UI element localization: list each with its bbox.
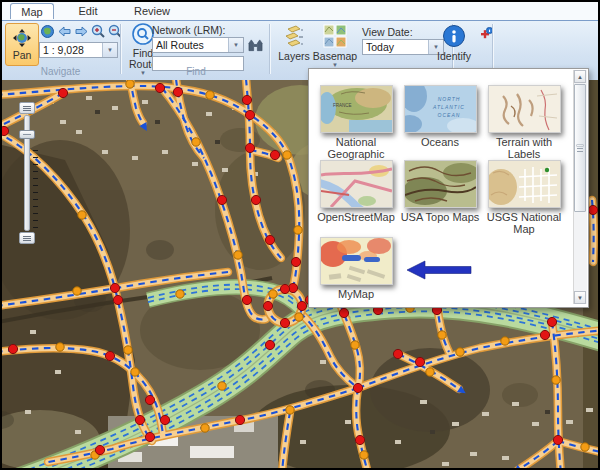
basemap-item-label: MyMap [314, 288, 398, 300]
layers-icon [282, 24, 306, 50]
network-input[interactable] [153, 38, 228, 52]
identify-route-location-icon[interactable] [478, 26, 493, 41]
network-lrm-label: Network (LRM): [152, 24, 226, 36]
annotation-arrow-left [405, 258, 477, 282]
usgs-national-map-thumbnail [488, 160, 561, 208]
basemap-item-label: USA Topo Maps [398, 211, 482, 223]
zoom-slider-out-button[interactable] [19, 232, 35, 244]
zoom-slider-thumb[interactable] [19, 130, 35, 139]
zoom-tick [33, 171, 38, 172]
zoom-tick [33, 185, 38, 186]
zoom-tick [33, 227, 38, 228]
oceans-map-text: NORTH [437, 96, 460, 102]
ribbon-tab-bar: Map Edit Review [2, 2, 598, 21]
ribbon-divider [120, 24, 122, 74]
view-date-combo: ▼ [362, 39, 444, 55]
zoom-tick [33, 192, 38, 193]
oceans-map-text: OCEAN [437, 112, 460, 118]
basemap-item-label: Terrain with Labels [482, 136, 566, 160]
identify-button[interactable]: Identify [434, 24, 474, 62]
basemap-item-oceans[interactable]: NORTH ATLANTIC OCEAN Oceans [398, 85, 482, 148]
find-group-label: Find [124, 66, 268, 77]
zoom-tick [33, 150, 38, 151]
openstreetmap-thumbnail [320, 160, 393, 208]
network-combo: ▼ [152, 37, 244, 53]
scrollbar-thumb[interactable] [574, 84, 586, 212]
basemap-item-label: National Geographic [314, 136, 398, 160]
view-date-label: View Date: [362, 26, 413, 38]
zoom-tick [33, 206, 38, 207]
pan-button[interactable]: Pan [5, 23, 39, 66]
scroll-up-button[interactable]: ▲ [574, 70, 586, 83]
ribbon-divider [269, 24, 271, 74]
zoom-tick [33, 213, 38, 214]
mymap-thumbnail [320, 237, 393, 285]
layers-button[interactable]: Layers [276, 24, 312, 62]
zoom-in-button[interactable] [91, 24, 106, 39]
next-extent-button[interactable] [74, 24, 89, 39]
tab-edit[interactable]: Edit [66, 3, 110, 19]
terrain-with-labels-thumbnail [488, 85, 561, 133]
zoom-tick [33, 178, 38, 179]
scroll-down-button[interactable]: ▼ [574, 291, 586, 304]
layers-label: Layers [278, 51, 310, 62]
pan-label: Pan [13, 50, 32, 61]
identify-label: Identify [437, 51, 471, 62]
basemap-item-openstreetmap[interactable]: OpenStreetMap [314, 160, 398, 223]
panel-scrollbar: ▲ ▼ [573, 70, 587, 304]
basemap-item-national-geographic[interactable]: FRANCE National Geographic [314, 85, 398, 160]
usa-topo-maps-thumbnail [404, 160, 477, 208]
zoom-tick [33, 164, 38, 165]
scale-combo: ▼ [39, 42, 118, 58]
basemap-item-usgs-national-map[interactable]: USGS National Map [482, 160, 566, 235]
oceans-thumbnail: NORTH ATLANTIC OCEAN [404, 85, 477, 133]
find-route-icon [132, 23, 154, 47]
zoom-tick [33, 157, 38, 158]
application-window: Map Edit Review Pan [0, 0, 600, 470]
national-geographic-thumbnail: FRANCE [320, 85, 393, 133]
basemap-item-label: Oceans [398, 136, 482, 148]
scale-input[interactable] [40, 43, 102, 57]
binoculars-search-icon[interactable] [248, 38, 263, 53]
scale-dropdown-button[interactable]: ▼ [102, 43, 117, 57]
zoom-tick [33, 199, 38, 200]
navigate-tools [40, 24, 123, 39]
ribbon-divider [492, 24, 494, 74]
tab-review[interactable]: Review [126, 3, 178, 19]
tab-map[interactable]: Map [10, 3, 54, 19]
identify-icon [442, 24, 466, 50]
basemap-label: Basemap [313, 51, 357, 62]
view-date-input[interactable] [363, 40, 428, 54]
basemap-icon [323, 24, 347, 50]
basemap-item-label: OpenStreetMap [314, 211, 398, 223]
basemap-gallery-panel: FRANCE National Geographic NORTH ATLANTI… [308, 68, 589, 308]
full-extent-globe-button[interactable] [40, 24, 55, 39]
basemap-item-terrain-with-labels[interactable]: Terrain with Labels [482, 85, 566, 160]
navigate-group-label: Navigate [2, 66, 119, 77]
zoom-slider [18, 102, 38, 244]
basemap-item-label: USGS National Map [482, 211, 566, 235]
pan-icon [13, 29, 31, 49]
basemap-item-usa-topo-maps[interactable]: USA Topo Maps [398, 160, 482, 223]
natgeo-map-text: FRANCE [333, 103, 352, 108]
basemap-button[interactable]: Basemap ▼ [314, 24, 356, 68]
oceans-map-text: ATLANTIC [432, 104, 465, 110]
basemap-item-mymap[interactable]: MyMap [314, 237, 398, 300]
previous-extent-button[interactable] [57, 24, 72, 39]
zoom-tick [33, 220, 38, 221]
network-dropdown-button[interactable]: ▼ [228, 38, 243, 52]
zoom-slider-in-button[interactable] [19, 102, 35, 114]
